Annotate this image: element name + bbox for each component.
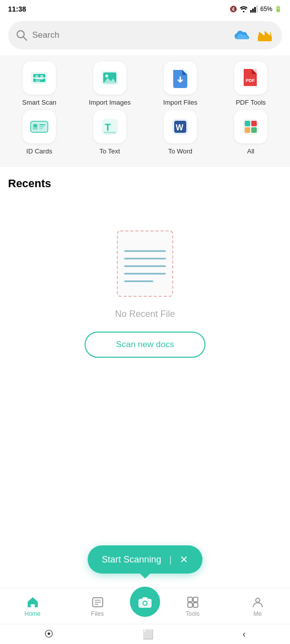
- grid-item-import-images[interactable]: Import Images: [80, 61, 140, 106]
- recents-section: Recents No Recent File Scan new docs: [0, 167, 290, 378]
- wifi-icon: [239, 6, 248, 13]
- system-nav: ⦿ ⬜ ‹: [0, 624, 290, 644]
- to-text-label: To Text: [100, 147, 120, 155]
- svg-rect-13: [40, 75, 43, 77]
- crown-icon[interactable]: [256, 26, 274, 44]
- import-files-icon-wrap: [164, 61, 197, 95]
- svg-point-18: [105, 74, 108, 77]
- id-cards-label: ID Cards: [26, 147, 52, 155]
- svg-rect-8: [258, 39, 272, 41]
- svg-text:T: T: [105, 122, 111, 133]
- svg-rect-3: [254, 7, 256, 13]
- all-icon-wrap: [234, 110, 267, 143]
- svg-rect-12: [35, 75, 38, 77]
- recents-title: Recents: [8, 177, 282, 190]
- grid-item-id-cards[interactable]: ID Cards: [9, 110, 69, 155]
- smart-scan-label: Smart Scan: [22, 99, 56, 106]
- to-word-label: To Word: [168, 147, 192, 155]
- nav-home-label: Home: [24, 610, 40, 617]
- svg-rect-60: [193, 603, 198, 607]
- nav-home[interactable]: Home: [0, 596, 65, 617]
- svg-rect-59: [188, 603, 192, 607]
- status-bar: 11:38 🔇 65% 🔋: [0, 0, 290, 18]
- grid-item-import-files[interactable]: Import Files: [150, 61, 210, 106]
- to-word-icon-wrap: W: [164, 110, 197, 143]
- svg-rect-41: [245, 127, 250, 133]
- bottom-nav: Home Files Tools Me: [0, 588, 290, 624]
- banner-close-button[interactable]: ✕: [180, 553, 188, 566]
- svg-rect-29: [39, 124, 45, 125]
- grid-item-to-word[interactable]: W To Word: [150, 110, 210, 155]
- svg-rect-40: [251, 121, 257, 126]
- import-images-icon-wrap: [93, 61, 126, 95]
- svg-point-0: [243, 11, 244, 13]
- svg-rect-31: [39, 128, 43, 129]
- signal-icon: [250, 6, 258, 13]
- svg-text:PDF: PDF: [246, 78, 255, 83]
- nav-me[interactable]: Me: [225, 596, 290, 617]
- svg-rect-39: [245, 121, 250, 126]
- grid-row-1: Smart Scan Import Images: [4, 61, 286, 106]
- svg-rect-14: [35, 78, 43, 79]
- svg-point-28: [34, 124, 37, 127]
- start-scanning-banner[interactable]: Start Scanning | ✕: [88, 545, 202, 574]
- grid-item-smart-scan[interactable]: Smart Scan: [9, 61, 69, 106]
- search-bar[interactable]: [8, 21, 282, 49]
- status-icons: 🔇 65% 🔋: [230, 6, 282, 13]
- grid-row-2: ID Cards T To Text W To Word: [4, 110, 286, 155]
- nav-camera-button[interactable]: [130, 587, 160, 617]
- empty-state: No Recent File Scan new docs: [8, 198, 282, 378]
- sys-recent-button[interactable]: ⦿: [44, 629, 53, 639]
- grid-item-pdf-tools[interactable]: PDF PDF Tools: [221, 61, 281, 106]
- battery-text: 65%: [260, 6, 272, 13]
- grid-item-to-text[interactable]: T To Text: [80, 110, 140, 155]
- pdf-tools-label: PDF Tools: [236, 99, 266, 106]
- import-files-label: Import Files: [163, 99, 197, 106]
- svg-rect-4: [256, 6, 258, 13]
- to-text-icon-wrap: T: [93, 110, 126, 143]
- id-cards-icon-wrap: [23, 110, 56, 143]
- svg-point-61: [256, 598, 260, 602]
- all-label: All: [247, 147, 254, 155]
- mute-icon: 🔇: [230, 6, 237, 13]
- nav-me-label: Me: [253, 610, 262, 617]
- banner-divider: |: [169, 554, 172, 565]
- battery-icon: 🔋: [274, 6, 282, 13]
- search-input[interactable]: [32, 30, 228, 40]
- no-recent-text: No Recent File: [115, 309, 175, 319]
- cloud-icon[interactable]: [233, 26, 251, 44]
- svg-rect-57: [188, 597, 192, 602]
- svg-rect-56: [142, 597, 148, 599]
- pdf-tools-icon-wrap: PDF: [234, 61, 267, 95]
- svg-text:W: W: [176, 123, 184, 132]
- grid-section: Smart Scan Import Images: [0, 55, 290, 167]
- scan-new-docs-button[interactable]: Scan new docs: [85, 332, 205, 358]
- nav-tools-label: Tools: [185, 610, 199, 617]
- nav-tools[interactable]: Tools: [160, 596, 225, 617]
- import-images-label: Import Images: [89, 99, 130, 106]
- svg-rect-1: [250, 10, 252, 13]
- svg-rect-58: [193, 597, 198, 602]
- grid-item-all[interactable]: All: [221, 110, 281, 155]
- svg-rect-2: [252, 9, 254, 13]
- banner-arrow: [140, 574, 150, 579]
- svg-rect-15: [35, 80, 40, 82]
- svg-marker-7: [258, 31, 272, 39]
- svg-rect-34: [104, 132, 116, 133]
- svg-point-55: [143, 602, 147, 605]
- svg-rect-30: [39, 126, 44, 127]
- nav-files[interactable]: Files: [65, 596, 130, 617]
- empty-doc-icon: [112, 228, 178, 299]
- search-icon: [16, 30, 27, 41]
- status-time: 11:38: [8, 5, 26, 13]
- smart-scan-icon-wrap: [23, 61, 56, 95]
- nav-files-label: Files: [91, 610, 104, 617]
- sys-home-button[interactable]: ⬜: [142, 629, 154, 640]
- svg-line-6: [23, 37, 27, 40]
- svg-rect-43: [117, 231, 173, 296]
- start-scanning-text: Start Scanning: [102, 554, 161, 565]
- svg-rect-42: [251, 127, 257, 133]
- sys-back-button[interactable]: ‹: [243, 629, 246, 639]
